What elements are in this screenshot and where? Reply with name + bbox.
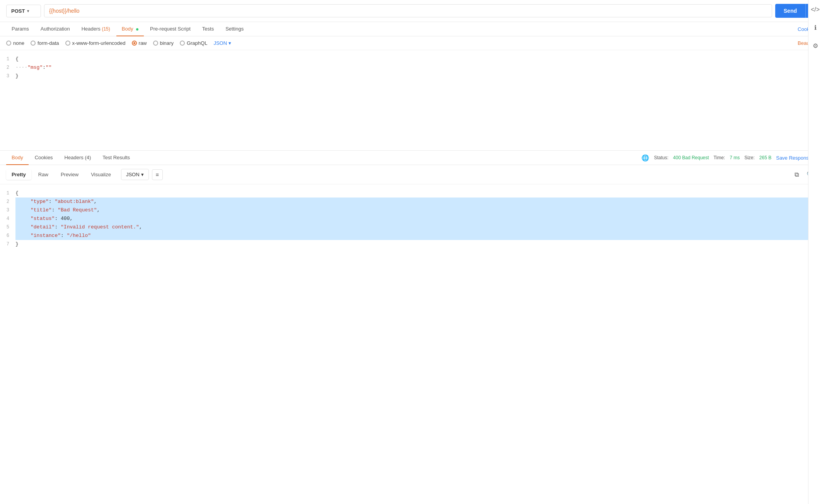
right-sidebar: </> ℹ ⚙ <box>808 0 822 504</box>
resp-line-3: 3 "title": "Bad Request", <box>0 206 822 215</box>
resp-line-7: 7 } <box>0 240 822 249</box>
radio-graphql-circle <box>180 41 185 46</box>
req-line-num-2: 2 <box>0 63 15 72</box>
response-format-bar: Pretty Raw Preview Visualize JSON ▾ ≡ ⧉ … <box>0 165 822 184</box>
radio-binary-label: binary <box>160 40 174 46</box>
tab-params[interactable]: Params <box>6 22 34 36</box>
radio-raw-circle <box>132 41 137 46</box>
response-format-chevron-icon: ▾ <box>141 172 144 177</box>
format-visualize[interactable]: Visualize <box>85 169 116 180</box>
request-body-editor[interactable]: 1 { 2 ····"msg":"" 3 } <box>0 50 822 151</box>
resp-tab-body[interactable]: Body <box>6 151 29 165</box>
radio-graphql[interactable]: GraphQL <box>180 40 207 46</box>
resp-line-2: 2 "type": "about:blank", <box>0 198 822 206</box>
time-value: 7 ms <box>730 155 740 160</box>
resp-tab-headers[interactable]: Headers (4) <box>59 151 97 165</box>
req-line-content-2: ····"msg":"" <box>15 63 822 72</box>
resp-line-5: 5 "detail": "Invalid request content.", <box>0 223 822 232</box>
info-icon[interactable]: ℹ <box>813 22 818 33</box>
headers-badge: (15) <box>102 26 110 32</box>
tab-settings[interactable]: Settings <box>220 22 249 36</box>
copy-icon: ⧉ <box>795 171 799 178</box>
radio-raw-label: raw <box>139 40 147 46</box>
main-container: POST ▾ Send ▾ Params Authorization Heade… <box>0 0 822 504</box>
radio-form-data-label: form-data <box>38 40 59 46</box>
radio-binary-circle <box>153 41 158 46</box>
response-meta: 🌐 Status: 400 Bad Request Time: 7 ms Siz… <box>641 154 816 162</box>
radio-urlencoded-label: x-www-form-urlencoded <box>72 40 126 46</box>
json-format-dropdown[interactable]: JSON ▾ <box>213 40 231 46</box>
resp-line-4: 4 "status": 400, <box>0 215 822 223</box>
status-label: Status: <box>654 155 668 160</box>
req-line-content-3: } <box>15 72 822 80</box>
resp-line-6: 6 "instance": "/hello" <box>0 232 822 240</box>
resp-headers-badge: (4) <box>85 155 91 160</box>
req-line-1: 1 { <box>0 55 822 63</box>
url-input[interactable] <box>44 4 772 17</box>
radio-none-circle <box>6 41 11 46</box>
format-pretty[interactable]: Pretty <box>6 169 31 180</box>
radio-raw[interactable]: raw <box>132 40 147 46</box>
radio-none[interactable]: none <box>6 40 24 46</box>
req-line-num-3: 3 <box>0 72 15 80</box>
format-preview[interactable]: Preview <box>55 169 84 180</box>
format-raw[interactable]: Raw <box>33 169 54 180</box>
req-line-3: 3 } <box>0 72 822 80</box>
method-chevron-icon: ▾ <box>27 9 29 13</box>
url-bar: POST ▾ Send ▾ <box>0 0 822 22</box>
response-tabs-bar: Body Cookies Headers (4) Test Results 🌐 … <box>0 151 822 165</box>
req-line-2: 2 ····"msg":"" <box>0 63 822 72</box>
radio-form-data[interactable]: form-data <box>31 40 59 46</box>
req-line-num-1: 1 <box>0 55 15 63</box>
request-tabs: Params Authorization Headers (15) Body P… <box>0 22 822 36</box>
req-line-content-1: { <box>15 55 822 63</box>
method-dropdown[interactable]: POST ▾ <box>6 5 41 17</box>
tab-prerequest[interactable]: Pre-request Script <box>145 22 196 36</box>
response-format-dropdown[interactable]: JSON ▾ <box>121 169 149 180</box>
radio-binary[interactable]: binary <box>153 40 174 46</box>
radio-none-label: none <box>13 40 24 46</box>
method-label: POST <box>11 8 25 14</box>
response-body-viewer: 1 { 2 "type": "about:blank", 3 "title": … <box>0 184 822 262</box>
size-value: 265 B <box>759 155 771 160</box>
resp-line-1: 1 { <box>0 189 822 198</box>
radio-form-data-circle <box>31 41 36 46</box>
resp-tab-test-results[interactable]: Test Results <box>97 151 135 165</box>
body-active-dot <box>136 28 138 31</box>
tab-authorization[interactable]: Authorization <box>35 22 75 36</box>
response-format-label: JSON <box>126 172 140 177</box>
size-label: Size: <box>744 155 755 160</box>
tab-tests[interactable]: Tests <box>197 22 219 36</box>
tab-headers[interactable]: Headers (15) <box>76 22 116 36</box>
tab-body[interactable]: Body <box>116 22 144 36</box>
save-response-label: Save Response <box>776 155 812 161</box>
time-label: Time: <box>714 155 725 160</box>
wrap-lines-icon: ≡ <box>156 172 159 178</box>
radio-urlencoded[interactable]: x-www-form-urlencoded <box>65 40 126 46</box>
resp-tab-cookies[interactable]: Cookies <box>29 151 58 165</box>
status-value: 400 Bad Request <box>673 155 709 160</box>
body-type-bar: none form-data x-www-form-urlencoded raw… <box>0 36 822 50</box>
send-label: Send <box>775 4 805 17</box>
wrap-lines-button[interactable]: ≡ <box>152 169 163 180</box>
code-snippet-icon[interactable]: </> <box>809 5 821 15</box>
globe-icon: 🌐 <box>641 154 649 162</box>
radio-graphql-label: GraphQL <box>187 40 207 46</box>
radio-urlencoded-circle <box>65 41 70 46</box>
response-section: Body Cookies Headers (4) Test Results 🌐 … <box>0 151 822 262</box>
copy-response-button[interactable]: ⧉ <box>791 169 802 180</box>
settings-icon[interactable]: ⚙ <box>811 41 820 51</box>
json-format-label: JSON <box>213 40 227 46</box>
json-format-chevron-icon: ▾ <box>229 40 231 46</box>
